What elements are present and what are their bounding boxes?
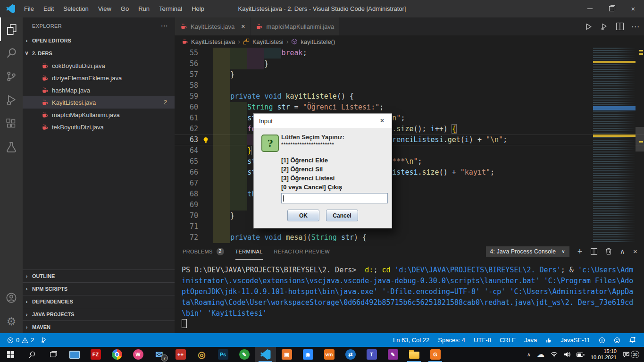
language-mode[interactable]: Java xyxy=(522,335,539,345)
explorer-activity-button[interactable] xyxy=(0,17,23,41)
menu-item[interactable]: View xyxy=(93,0,116,17)
run-debug-activity-button[interactable] xyxy=(0,88,23,112)
taskbar-app[interactable] xyxy=(64,347,85,362)
settings-button[interactable]: ⚙ xyxy=(0,310,23,333)
folder-section[interactable]: ∨ 2. DERS xyxy=(23,47,175,59)
panel-tab[interactable]: PROBLEMS 2 xyxy=(183,243,224,260)
code-line[interactable]: 70 } xyxy=(175,210,644,221)
notifications-button[interactable] xyxy=(627,335,638,345)
volume-icon[interactable] xyxy=(564,352,570,357)
file-item[interactable]: tekBoyutluDizi.java xyxy=(23,121,175,133)
code-line[interactable]: 60 String str = "Öğrenci Listesi:"; xyxy=(175,102,644,113)
indentation[interactable]: Spaces: 4 xyxy=(435,335,468,345)
more-actions-icon[interactable]: ⋯ xyxy=(161,22,168,30)
eol-sequence[interactable]: CRLF xyxy=(497,335,518,345)
onedrive-cloud-icon[interactable]: ☁ xyxy=(537,351,544,358)
dialog-close-icon[interactable]: × xyxy=(376,117,389,125)
code-line[interactable]: 62 for (int i = 0; i < ogrenciListesi.si… xyxy=(175,124,644,135)
source-control-activity-button[interactable] xyxy=(0,65,23,88)
file-item[interactable]: cokBoyutluDizi.java xyxy=(23,59,175,72)
taskbar-app[interactable]: ✉ 7 xyxy=(149,347,170,362)
code-line[interactable]: 72 private void mesaj(String str) { xyxy=(175,232,644,243)
menu-item[interactable]: Edit xyxy=(39,0,59,17)
dialog-text-input[interactable] xyxy=(281,193,388,203)
restore-button[interactable] xyxy=(601,0,622,17)
code-line[interactable]: 67 xyxy=(175,178,644,189)
code-line[interactable]: 55 break; xyxy=(175,48,644,59)
taskbar-app[interactable] xyxy=(255,347,276,362)
file-item[interactable]: hashMap.java xyxy=(23,84,175,96)
taskbar-app[interactable]: ◎ xyxy=(191,347,212,362)
trash-icon[interactable] xyxy=(605,248,612,255)
menu-item[interactable]: Help xyxy=(187,0,209,17)
code-line[interactable]: 69 xyxy=(175,200,644,210)
taskbar-search-button[interactable] xyxy=(21,347,42,362)
code-editor[interactable]: 55 break;56 }57 }5859 private void kayit… xyxy=(175,48,644,243)
taskbar-app[interactable]: T xyxy=(361,347,382,362)
taskbar-app[interactable]: ◉ xyxy=(297,347,318,362)
code-line[interactable]: 59 private void kayitListele() { xyxy=(175,91,644,102)
problems-status[interactable]: 0 2 xyxy=(5,335,36,345)
menu-item[interactable]: Terminal xyxy=(154,0,187,17)
code-line[interactable]: 61 str += "\n **********************\n"; xyxy=(175,113,644,124)
open-editors-section[interactable]: › OPEN EDITORS xyxy=(23,34,175,47)
menu-item[interactable]: Run xyxy=(134,0,154,17)
taskbar-app[interactable]: ++ xyxy=(170,347,191,362)
file-item[interactable]: KayitListesi.java 2 xyxy=(23,96,175,109)
sidebar-section[interactable]: › MAVEN xyxy=(23,320,175,333)
taskbar-app[interactable]: ✎ xyxy=(234,347,255,362)
taskbar-app[interactable]: FZ xyxy=(85,347,106,362)
taskbar-app[interactable]: ▣ xyxy=(276,347,297,362)
minimize-button[interactable] xyxy=(579,0,601,17)
ok-button[interactable]: OK xyxy=(287,210,319,221)
task-view-button[interactable] xyxy=(42,347,64,362)
feedback-button[interactable] xyxy=(611,335,623,345)
maximize-panel-icon[interactable]: ∧ xyxy=(620,248,625,255)
tray-expand-icon[interactable]: ∧ xyxy=(527,352,531,358)
wifi-icon[interactable] xyxy=(551,352,558,358)
sidebar-section[interactable]: › JAVA PROJECTS xyxy=(23,308,175,320)
code-line[interactable]: 71 xyxy=(175,221,644,232)
code-line[interactable]: 68 this.mesaj(str); xyxy=(175,189,644,200)
new-terminal-icon[interactable]: + xyxy=(577,247,583,256)
menu-item[interactable]: Go xyxy=(116,0,134,17)
extensions-activity-button[interactable] xyxy=(0,112,23,135)
taskbar-app[interactable]: Ps xyxy=(212,347,234,362)
debug-run-icon[interactable] xyxy=(600,23,609,31)
scrollbar-slider[interactable] xyxy=(636,127,644,152)
file-item[interactable]: mapIciMapKullanimi.java xyxy=(23,109,175,121)
tab-close-icon[interactable]: × xyxy=(241,23,245,30)
dialog-title-bar[interactable]: Input × xyxy=(254,114,392,128)
terminal-output[interactable]: PS D:\DEV\JAVA\PROJECTS\BIREYSEL\2. Ders… xyxy=(182,265,640,330)
cursor-position[interactable]: Ln 63, Col 22 xyxy=(391,335,432,345)
start-button[interactable] xyxy=(0,347,21,362)
breadcrumb-file[interactable]: KayitListesi.java xyxy=(191,38,235,45)
breadcrumb-class[interactable]: KayitListesi xyxy=(252,38,284,45)
action-center-button[interactable]: 30 xyxy=(623,351,639,358)
code-line[interactable]: 56 } xyxy=(175,59,644,69)
menu-item[interactable]: Selection xyxy=(59,0,93,17)
code-line[interactable]: 66 str += "Toplam Kayıt: " + ogrenciList… xyxy=(175,167,644,178)
sidebar-section[interactable]: › OUTLINE xyxy=(23,269,175,282)
code-line[interactable]: 58 xyxy=(175,80,644,91)
taskbar-app[interactable]: ⇄ xyxy=(340,347,361,362)
sidebar-section[interactable]: › DEPENDENCIES xyxy=(23,295,175,308)
taskbar-app[interactable]: G xyxy=(425,347,446,362)
search-activity-button[interactable] xyxy=(0,41,23,65)
java-runtime[interactable]: JavaSE-11 xyxy=(558,335,593,345)
code-line[interactable]: 65 str += "\n***************************… xyxy=(175,156,644,167)
language-status[interactable] xyxy=(543,335,554,345)
close-button[interactable]: × xyxy=(622,0,644,17)
split-editor-icon[interactable] xyxy=(616,23,624,30)
editor-tab[interactable]: mapIciMapKullanimi.java × xyxy=(251,17,339,35)
close-panel-icon[interactable]: × xyxy=(633,248,637,255)
taskbar-app[interactable]: vm xyxy=(318,347,340,362)
battery-icon[interactable] xyxy=(577,352,585,357)
taskbar-app[interactable]: W xyxy=(127,347,149,362)
account-button[interactable] xyxy=(0,286,23,310)
more-actions-icon[interactable]: ⋯ xyxy=(631,22,639,32)
editor-scrollbar[interactable] xyxy=(636,48,644,243)
taskbar-app[interactable] xyxy=(403,347,425,362)
panel-tab[interactable]: TERMINAL xyxy=(235,243,263,260)
code-line[interactable]: 63 str += "[" + (i+1) + "] " + ogrenciLi… xyxy=(175,135,644,145)
